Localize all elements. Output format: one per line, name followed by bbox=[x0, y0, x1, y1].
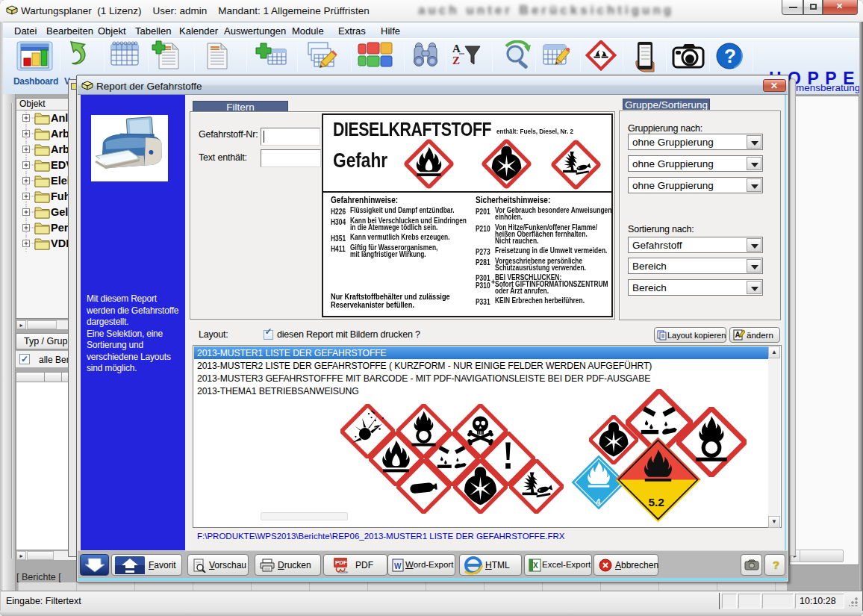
svg-text:?: ? bbox=[724, 45, 736, 67]
svg-text:5.2: 5.2 bbox=[648, 496, 664, 508]
svg-text:PDF: PDF bbox=[335, 559, 347, 566]
svg-text:4: 4 bbox=[596, 497, 600, 506]
svg-text:Z: Z bbox=[452, 55, 460, 66]
svg-text:A: A bbox=[452, 43, 461, 55]
svg-text:X: X bbox=[533, 561, 538, 570]
svg-text:Adobe: Adobe bbox=[338, 570, 349, 574]
svg-text:W: W bbox=[394, 562, 402, 570]
